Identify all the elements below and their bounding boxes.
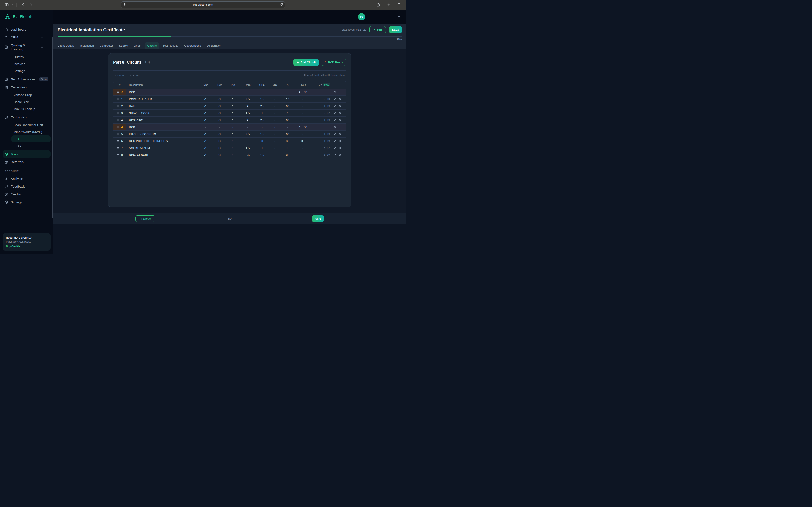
sidebar-scrollbar[interactable] <box>52 37 53 218</box>
cell-pts[interactable]: 1 <box>226 139 239 143</box>
add-circuit-button[interactable]: Add Circuit <box>293 59 319 66</box>
cell-ref[interactable]: C <box>213 112 226 115</box>
cell-pts[interactable]: 1 <box>226 118 239 122</box>
browser-sidebar-chevron-icon[interactable] <box>10 2 13 8</box>
delete-row-icon[interactable] <box>334 126 337 128</box>
duplicate-row-icon[interactable] <box>334 133 337 135</box>
cell-ref[interactable]: C <box>213 132 226 135</box>
cell-l[interactable]: 2.5 <box>239 132 256 135</box>
browser-url-bar[interactable]: bia-electric.com <box>121 1 285 8</box>
delete-row-icon[interactable] <box>334 91 337 94</box>
sidebar-item-quoting-invoicing[interactable]: Quoting & Invoicing <box>3 41 51 53</box>
cell-cpc[interactable]: 0 <box>256 139 268 143</box>
drag-handle-icon[interactable] <box>117 112 119 114</box>
cell-ref[interactable]: C <box>213 118 226 122</box>
delete-row-icon[interactable] <box>339 139 342 143</box>
duplicate-row-icon[interactable] <box>334 147 337 149</box>
sidebar-subitem-settings[interactable]: Settings <box>11 67 51 74</box>
drag-handle-icon[interactable] <box>117 147 119 149</box>
cell-pts[interactable]: 1 <box>226 112 239 115</box>
cell-type[interactable]: A <box>198 105 213 108</box>
cell-type[interactable]: A <box>198 98 213 101</box>
cell-cpc[interactable]: 2.5 <box>256 105 268 108</box>
cell-l[interactable]: 4 <box>239 105 256 108</box>
cell-rcd[interactable]: - <box>294 132 312 135</box>
cell-ref[interactable]: C <box>213 139 226 143</box>
rcd-ma-value[interactable]: 30 <box>304 91 307 94</box>
row-handle-cell[interactable]: 5 <box>113 130 126 137</box>
cell-rcd-settings[interactable]: A30 <box>294 125 312 129</box>
sidebar-item-tools[interactable]: Tools <box>3 150 51 158</box>
cell-ref[interactable]: C <box>213 98 226 101</box>
delete-row-icon[interactable] <box>339 147 342 149</box>
cell-oc[interactable]: - <box>268 118 281 122</box>
cell-a[interactable]: 32 <box>281 132 294 135</box>
cell-a[interactable]: 16 <box>281 98 294 101</box>
drag-handle-icon[interactable] <box>117 126 119 128</box>
cell-l[interactable]: 2.5 <box>239 153 256 157</box>
next-button[interactable]: Next <box>312 216 324 222</box>
cell-type[interactable]: A <box>198 112 213 115</box>
cell-type[interactable]: A <box>198 139 213 143</box>
save-button[interactable]: Save <box>389 26 402 34</box>
sidebar-subitem-cable-size[interactable]: Cable Size <box>11 99 51 105</box>
tab-installation[interactable]: Installation <box>80 44 94 47</box>
sidebar-subitem-voltage-drop[interactable]: Voltage Drop <box>11 92 51 99</box>
sidebar-item-calculators[interactable]: Calculators <box>3 83 51 91</box>
cell-description[interactable]: RCD <box>126 125 198 129</box>
browser-back-icon[interactable] <box>20 2 26 8</box>
tab-client-details[interactable]: Client Details <box>57 44 74 47</box>
drag-handle-icon[interactable] <box>117 91 119 94</box>
cell-pts[interactable]: 1 <box>226 153 239 157</box>
duplicate-row-icon[interactable] <box>334 154 337 156</box>
cell-l[interactable]: 2.5 <box>239 98 256 101</box>
drag-handle-icon[interactable] <box>117 154 119 156</box>
cell-pts[interactable]: 1 <box>226 98 239 101</box>
cell-type[interactable]: A <box>198 153 213 157</box>
cell-a[interactable]: 32 <box>281 139 294 143</box>
sidebar-item-analytics[interactable]: Analytics <box>3 175 51 182</box>
cell-pts[interactable]: 1 <box>226 105 239 108</box>
new-tab-icon[interactable] <box>386 2 392 8</box>
cell-rcd-settings[interactable]: A30 <box>294 91 312 94</box>
tab-contractor[interactable]: Contractor <box>100 44 113 47</box>
tab-overview-icon[interactable] <box>396 2 402 8</box>
reader-icon[interactable] <box>123 3 126 7</box>
cell-a[interactable]: 32 <box>281 105 294 108</box>
drag-handle-icon[interactable] <box>117 119 119 121</box>
tab-declaration[interactable]: Declaration <box>207 44 221 47</box>
sidebar-item-certificates[interactable]: Certificates <box>3 113 51 121</box>
duplicate-row-icon[interactable] <box>334 112 337 114</box>
sidebar-subitem-minor-works-mwc[interactable]: Minor Works (MWC) <box>11 128 51 135</box>
cell-description[interactable]: SHAVER SOCKET <box>126 112 198 115</box>
sidebar-item-dashboard[interactable]: Dashboard <box>3 25 51 34</box>
redo-button[interactable]: Redo <box>129 74 139 77</box>
sidebar-item-settings[interactable]: Settings <box>3 198 51 206</box>
cell-rcd[interactable]: 30 <box>294 139 312 143</box>
cell-description[interactable]: POWER HEATER <box>126 98 198 101</box>
cell-description[interactable]: SMOKE ALARM <box>126 147 198 150</box>
sidebar-subitem-eicr[interactable]: EICR <box>11 143 51 149</box>
sidebar-item-feedback[interactable]: Feedback <box>3 182 51 190</box>
sidebar-item-test-submissions[interactable]: Test SubmissionsSoon <box>3 75 51 83</box>
rcd-row-handle-cell[interactable]: # <box>113 124 126 130</box>
tab-supply[interactable]: Supply <box>119 44 128 47</box>
cell-type[interactable]: A <box>198 147 213 150</box>
cell-l[interactable]: 4 <box>239 118 256 122</box>
row-handle-cell[interactable]: 6 <box>113 137 126 144</box>
delete-row-icon[interactable] <box>339 105 342 108</box>
sidebar-subitem-invoices[interactable]: Invoices <box>11 60 51 67</box>
cell-cpc[interactable]: 1.5 <box>256 153 268 157</box>
cell-rcd[interactable]: - <box>294 153 312 157</box>
duplicate-row-icon[interactable] <box>334 105 337 108</box>
cell-l[interactable]: 1.5 <box>239 147 256 150</box>
sidebar-item-referrals[interactable]: Referrals <box>3 158 51 166</box>
cell-rcd[interactable]: - <box>294 112 312 115</box>
duplicate-row-icon[interactable] <box>334 119 337 121</box>
url-text[interactable]: bia-electric.com <box>126 3 280 6</box>
delete-row-icon[interactable] <box>339 119 342 121</box>
cell-a[interactable]: 32 <box>281 153 294 157</box>
rcd-type-value[interactable]: A <box>298 125 300 129</box>
duplicate-row-icon[interactable] <box>334 139 337 143</box>
rcd-break-button[interactable]: # RCD Break <box>322 59 346 66</box>
